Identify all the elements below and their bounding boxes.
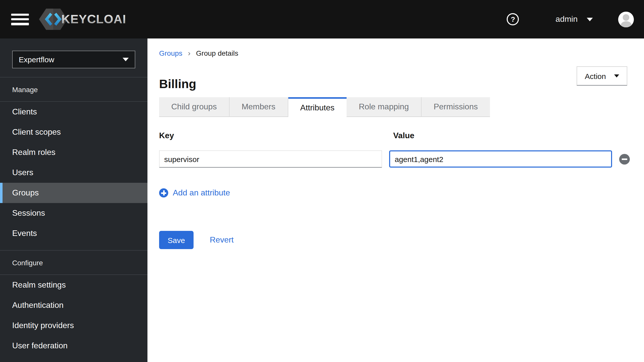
attribute-row bbox=[159, 150, 630, 168]
page-title: Billing bbox=[159, 76, 196, 92]
tab-role-mapping[interactable]: Role mapping bbox=[347, 97, 421, 117]
keycloak-logo-icon: KEYCLOAK bbox=[39, 8, 125, 31]
nav-group-title-configure: Configure bbox=[0, 251, 147, 274]
keycloak-logo: KEYCLOAK bbox=[39, 8, 125, 31]
avatar-head-icon bbox=[623, 14, 629, 21]
breadcrumb-chevron-icon: › bbox=[188, 49, 191, 57]
main-content: Groups › Group details Billing Action Ch… bbox=[147, 38, 644, 362]
plus-circle-icon bbox=[159, 188, 168, 197]
revert-button[interactable]: Revert bbox=[210, 235, 234, 245]
add-attribute-label: Add an attribute bbox=[173, 188, 230, 197]
tab-child-groups[interactable]: Child groups bbox=[159, 97, 230, 117]
sidebar-item-authentication[interactable]: Authentication bbox=[0, 295, 147, 315]
sidebar-item-sessions[interactable]: Sessions bbox=[0, 203, 147, 223]
attribute-value-input[interactable] bbox=[389, 150, 612, 168]
attributes-headers: Key Value bbox=[159, 131, 630, 141]
tab-attributes[interactable]: Attributes bbox=[288, 97, 347, 117]
keycloak-admin-console: KEYCLOAK ? admin Expertflow Manage bbox=[0, 0, 644, 362]
sidebar-item-groups[interactable]: Groups bbox=[0, 183, 147, 203]
form-actions: Save Revert bbox=[159, 231, 234, 249]
chevron-down-icon bbox=[123, 58, 129, 61]
help-icon-glyph: ? bbox=[511, 15, 515, 23]
nav-group-title-manage: Manage bbox=[0, 77, 147, 101]
sidebar: Expertflow Manage Clients Client scopes … bbox=[0, 38, 147, 362]
sidebar-item-events[interactable]: Events bbox=[0, 223, 147, 244]
avatar[interactable] bbox=[618, 11, 634, 27]
avatar-body-icon bbox=[620, 21, 632, 27]
realm-selector[interactable]: Expertflow bbox=[12, 51, 135, 68]
realm-selector-value: Expertflow bbox=[19, 55, 54, 64]
chevron-down-icon bbox=[614, 74, 619, 77]
masthead-right: ? admin bbox=[507, 11, 644, 27]
breadcrumb: Groups › Group details bbox=[159, 49, 238, 57]
add-attribute-button[interactable]: Add an attribute bbox=[159, 188, 230, 197]
action-dropdown-button[interactable]: Action bbox=[577, 66, 627, 86]
user-dropdown[interactable]: admin bbox=[556, 15, 593, 24]
help-icon[interactable]: ? bbox=[507, 13, 519, 25]
attributes-form: Key Value bbox=[159, 131, 630, 168]
key-column-header: Key bbox=[159, 131, 382, 141]
nav-toggle-hamburger-icon[interactable] bbox=[11, 13, 29, 25]
sidebar-item-realm-roles[interactable]: Realm roles bbox=[0, 142, 147, 163]
sidebar-item-clients[interactable]: Clients bbox=[0, 102, 147, 122]
chevron-down-icon bbox=[587, 17, 593, 21]
remove-attribute-icon[interactable] bbox=[619, 154, 630, 164]
breadcrumb-groups-link[interactable]: Groups bbox=[159, 49, 182, 57]
sidebar-item-identity-providers[interactable]: Identity providers bbox=[0, 315, 147, 336]
sidebar-item-users[interactable]: Users bbox=[0, 163, 147, 183]
tab-members[interactable]: Members bbox=[230, 97, 288, 117]
nav-manage: Clients Client scopes Realm roles Users … bbox=[0, 102, 147, 244]
nav-configure: Realm settings Authentication Identity p… bbox=[0, 275, 147, 356]
tab-permissions[interactable]: Permissions bbox=[422, 97, 490, 117]
masthead: KEYCLOAK ? admin bbox=[0, 0, 644, 38]
value-column-header: Value bbox=[389, 131, 612, 141]
tabs: Child groups Members Attributes Role map… bbox=[159, 97, 490, 117]
sidebar-item-user-federation[interactable]: User federation bbox=[0, 336, 147, 356]
username-label: admin bbox=[556, 15, 578, 24]
sidebar-item-realm-settings[interactable]: Realm settings bbox=[0, 275, 147, 295]
action-dropdown-label: Action bbox=[585, 72, 606, 80]
breadcrumb-current: Group details bbox=[196, 49, 238, 57]
sidebar-item-client-scopes[interactable]: Client scopes bbox=[0, 122, 147, 142]
save-button[interactable]: Save bbox=[159, 231, 194, 249]
svg-text:KEYCLOAK: KEYCLOAK bbox=[61, 12, 125, 26]
attribute-key-input[interactable] bbox=[159, 150, 382, 168]
